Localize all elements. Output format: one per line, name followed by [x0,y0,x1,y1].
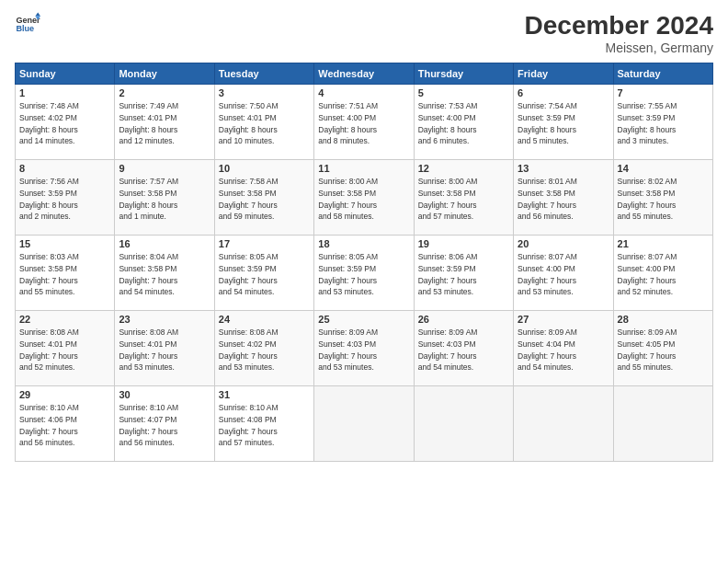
calendar-cell: 4Sunrise: 7:51 AMSunset: 4:00 PMDaylight… [314,85,414,160]
calendar-cell: 12Sunrise: 8:00 AMSunset: 3:58 PMDayligh… [414,160,513,236]
calendar-cell: 1Sunrise: 7:48 AMSunset: 4:02 PMDaylight… [16,85,115,160]
title-block: December 2024 Meissen, Germany [525,11,713,55]
calendar-cell: 6Sunrise: 7:54 AMSunset: 3:59 PMDaylight… [514,85,613,160]
calendar-cell: 16Sunrise: 8:04 AMSunset: 3:58 PMDayligh… [115,236,214,311]
week-row-3: 15Sunrise: 8:03 AMSunset: 3:58 PMDayligh… [16,236,713,311]
logo: General Blue [15,11,40,37]
col-tuesday: Tuesday [214,63,313,85]
calendar-cell: 31Sunrise: 8:10 AMSunset: 4:08 PMDayligh… [214,386,313,462]
calendar-cell: 8Sunrise: 7:56 AMSunset: 3:59 PMDaylight… [16,160,115,236]
calendar-page: General Blue December 2024 Meissen, Germ… [0,0,728,563]
calendar-cell: 27Sunrise: 8:09 AMSunset: 4:04 PMDayligh… [514,311,613,386]
calendar-cell: 17Sunrise: 8:05 AMSunset: 3:59 PMDayligh… [214,236,313,311]
calendar-title: December 2024 [525,11,713,40]
calendar-cell: 26Sunrise: 8:09 AMSunset: 4:03 PMDayligh… [414,311,513,386]
col-thursday: Thursday [414,63,513,85]
week-row-1: 1Sunrise: 7:48 AMSunset: 4:02 PMDaylight… [16,85,713,160]
calendar-table: Sunday Monday Tuesday Wednesday Thursday… [15,63,713,462]
week-row-5: 29Sunrise: 8:10 AMSunset: 4:06 PMDayligh… [16,386,713,462]
calendar-cell [414,386,513,462]
calendar-cell: 28Sunrise: 8:09 AMSunset: 4:05 PMDayligh… [613,311,712,386]
calendar-cell: 11Sunrise: 8:00 AMSunset: 3:58 PMDayligh… [314,160,414,236]
calendar-cell: 18Sunrise: 8:05 AMSunset: 3:59 PMDayligh… [314,236,414,311]
week-row-2: 8Sunrise: 7:56 AMSunset: 3:59 PMDaylight… [16,160,713,236]
calendar-cell: 9Sunrise: 7:57 AMSunset: 3:58 PMDaylight… [115,160,214,236]
col-saturday: Saturday [613,63,712,85]
calendar-cell: 25Sunrise: 8:09 AMSunset: 4:03 PMDayligh… [314,311,414,386]
calendar-cell: 14Sunrise: 8:02 AMSunset: 3:58 PMDayligh… [613,160,712,236]
calendar-cell: 19Sunrise: 8:06 AMSunset: 3:59 PMDayligh… [414,236,513,311]
col-sunday: Sunday [16,63,115,85]
calendar-cell: 5Sunrise: 7:53 AMSunset: 4:00 PMDaylight… [414,85,513,160]
col-friday: Friday [514,63,613,85]
calendar-cell: 23Sunrise: 8:08 AMSunset: 4:01 PMDayligh… [115,311,214,386]
calendar-cell: 20Sunrise: 8:07 AMSunset: 4:00 PMDayligh… [514,236,613,311]
col-monday: Monday [115,63,214,85]
svg-marker-2 [35,12,40,16]
calendar-cell: 22Sunrise: 8:08 AMSunset: 4:01 PMDayligh… [16,311,115,386]
calendar-cell: 13Sunrise: 8:01 AMSunset: 3:58 PMDayligh… [514,160,613,236]
calendar-cell [514,386,613,462]
calendar-cell: 2Sunrise: 7:49 AMSunset: 4:01 PMDaylight… [115,85,214,160]
logo-icon: General Blue [15,11,40,37]
calendar-cell: 15Sunrise: 8:03 AMSunset: 3:58 PMDayligh… [16,236,115,311]
calendar-cell [613,386,712,462]
calendar-cell: 30Sunrise: 8:10 AMSunset: 4:07 PMDayligh… [115,386,214,462]
header-row: Sunday Monday Tuesday Wednesday Thursday… [16,63,713,85]
calendar-subtitle: Meissen, Germany [525,40,713,55]
calendar-cell: 24Sunrise: 8:08 AMSunset: 4:02 PMDayligh… [214,311,313,386]
svg-text:Blue: Blue [16,24,34,33]
calendar-cell: 21Sunrise: 8:07 AMSunset: 4:00 PMDayligh… [613,236,712,311]
calendar-cell: 3Sunrise: 7:50 AMSunset: 4:01 PMDaylight… [214,85,313,160]
calendar-cell: 29Sunrise: 8:10 AMSunset: 4:06 PMDayligh… [16,386,115,462]
col-wednesday: Wednesday [314,63,414,85]
week-row-4: 22Sunrise: 8:08 AMSunset: 4:01 PMDayligh… [16,311,713,386]
page-header: General Blue December 2024 Meissen, Germ… [15,11,713,55]
calendar-cell: 10Sunrise: 7:58 AMSunset: 3:58 PMDayligh… [214,160,313,236]
calendar-cell: 7Sunrise: 7:55 AMSunset: 3:59 PMDaylight… [613,85,712,160]
calendar-cell [314,386,414,462]
